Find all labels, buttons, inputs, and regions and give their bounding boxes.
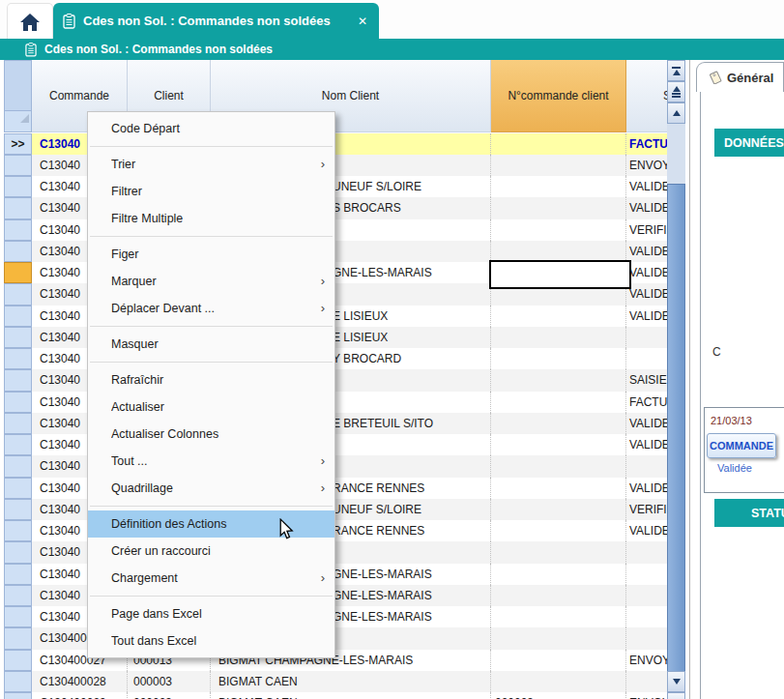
cell-client[interactable]: 000003 bbox=[128, 692, 211, 699]
row-selector[interactable] bbox=[4, 585, 32, 606]
tab-commandes[interactable]: Cdes non Sol. : Commandes non soldées ✕ bbox=[53, 3, 379, 39]
cell-ncommande-client[interactable] bbox=[491, 455, 626, 477]
menu-item[interactable]: Chargement› bbox=[88, 565, 334, 592]
cell-ncommande-client[interactable] bbox=[491, 241, 626, 262]
vertical-scrollbar[interactable] bbox=[667, 60, 685, 699]
cell-nom-client[interactable]: BIGMAT CAEN bbox=[211, 692, 491, 699]
cell-ncommande-client[interactable] bbox=[491, 369, 626, 391]
scroll-up-button[interactable] bbox=[667, 102, 685, 124]
menu-item[interactable]: Code Départ bbox=[88, 115, 334, 142]
cell-ncommande-client[interactable] bbox=[491, 478, 626, 499]
cell-ncommande-client[interactable] bbox=[491, 176, 626, 197]
cell-commande[interactable]: C130400029 bbox=[32, 692, 128, 699]
tab-home[interactable] bbox=[7, 3, 53, 40]
cell-ncommande-client[interactable] bbox=[491, 348, 626, 369]
cell-ncommande-client[interactable] bbox=[491, 564, 626, 585]
cell-ncommande-client[interactable] bbox=[491, 327, 626, 348]
cell-ncommande-client[interactable] bbox=[491, 197, 626, 218]
cell-ncommande-client[interactable]: 000003 bbox=[491, 692, 626, 699]
scroll-to-bottom-button[interactable] bbox=[667, 692, 685, 699]
cell-ncommande-client[interactable] bbox=[491, 585, 626, 606]
row-selector[interactable]: >> bbox=[4, 133, 32, 155]
commande-button[interactable]: COMMANDE bbox=[707, 433, 776, 458]
row-selector[interactable] bbox=[4, 392, 32, 413]
cell-ncommande-client[interactable] bbox=[491, 541, 626, 563]
row-selector[interactable] bbox=[4, 520, 32, 541]
row-selector[interactable] bbox=[4, 541, 32, 563]
arrow-up-icon bbox=[673, 110, 681, 116]
menu-item[interactable]: Page dans Excel bbox=[88, 600, 334, 627]
row-selector[interactable] bbox=[4, 197, 32, 218]
menu-item-label: Filtrer bbox=[111, 178, 325, 205]
row-selector[interactable] bbox=[4, 369, 32, 391]
close-icon[interactable]: ✕ bbox=[356, 15, 369, 28]
row-selector[interactable] bbox=[4, 627, 32, 649]
menu-item[interactable]: Actualiser bbox=[88, 393, 334, 421]
submenu-arrow-icon: › bbox=[321, 295, 325, 322]
row-selector[interactable] bbox=[4, 241, 32, 262]
menu-item[interactable]: Masquer bbox=[88, 331, 334, 358]
menu-item-label: Chargement bbox=[111, 565, 321, 592]
menu-item[interactable]: Filtre Multiple bbox=[88, 205, 334, 232]
row-selector[interactable] bbox=[4, 499, 32, 520]
menu-item[interactable]: Définition des Actions bbox=[88, 510, 334, 538]
menu-item[interactable]: Filtrer bbox=[88, 178, 334, 205]
select-all-corner[interactable] bbox=[4, 60, 32, 111]
menu-item[interactable]: Tout dans Excel bbox=[88, 627, 334, 655]
row-selector[interactable] bbox=[4, 306, 32, 327]
row-selector[interactable] bbox=[4, 434, 32, 455]
scroll-to-top-button[interactable] bbox=[667, 60, 685, 81]
cell-nom-client[interactable]: BIGMAT CAEN bbox=[211, 671, 491, 692]
scrollbar-thumb[interactable] bbox=[667, 184, 685, 699]
menu-item[interactable]: Figer bbox=[88, 241, 334, 268]
menu-item[interactable]: Quadrillage› bbox=[88, 475, 334, 502]
corner-sort-cell[interactable] bbox=[4, 111, 32, 132]
menu-item[interactable]: Trier› bbox=[88, 151, 334, 178]
row-selector[interactable] bbox=[4, 455, 32, 477]
cell-ncommande-client[interactable] bbox=[491, 671, 626, 692]
cell-ncommande-client[interactable] bbox=[491, 520, 626, 541]
row-selector[interactable] bbox=[4, 564, 32, 585]
cell-ncommande-client[interactable] bbox=[491, 627, 626, 649]
cell-ncommande-client[interactable] bbox=[491, 499, 626, 520]
row-selector[interactable] bbox=[4, 327, 32, 348]
cell-ncommande-client[interactable] bbox=[491, 650, 626, 671]
cell-ncommande-client[interactable] bbox=[491, 306, 626, 327]
row-selector[interactable] bbox=[4, 283, 32, 305]
cell-commande[interactable]: C130400028 bbox=[32, 671, 128, 692]
row-selector[interactable] bbox=[4, 348, 32, 369]
row-selector[interactable] bbox=[4, 606, 32, 627]
scroll-down-button[interactable] bbox=[667, 671, 685, 692]
menu-item[interactable]: Créer un raccourci bbox=[88, 538, 334, 565]
scroll-page-up-button[interactable] bbox=[667, 81, 685, 102]
submenu-arrow-icon: › bbox=[321, 268, 325, 295]
row-selector[interactable] bbox=[4, 671, 32, 692]
menu-item[interactable]: Tout ...› bbox=[88, 448, 334, 475]
cell-ncommande-client[interactable] bbox=[491, 606, 626, 627]
row-selector[interactable] bbox=[4, 219, 32, 241]
cell-ncommande-client[interactable] bbox=[491, 413, 626, 434]
menu-item[interactable]: Marquer› bbox=[88, 268, 334, 295]
cell-ncommande-client[interactable] bbox=[491, 155, 626, 176]
row-selector[interactable] bbox=[4, 692, 32, 699]
cell-ncommande-client[interactable] bbox=[491, 434, 626, 455]
column-header-ncommande-client[interactable]: N°commande client bbox=[491, 60, 626, 132]
row-selector[interactable] bbox=[4, 413, 32, 434]
clipboard-icon bbox=[25, 43, 37, 57]
cell-ncommande-client[interactable] bbox=[491, 392, 626, 413]
menu-item[interactable]: Rafraîchir bbox=[88, 366, 334, 393]
cell-ncommande-client[interactable] bbox=[491, 219, 626, 241]
focused-cell[interactable] bbox=[489, 260, 631, 289]
menu-item-label: Rafraîchir bbox=[111, 366, 325, 393]
row-selector[interactable] bbox=[4, 478, 32, 499]
panel-tab-general[interactable]: Général bbox=[696, 62, 784, 92]
row-selector[interactable] bbox=[4, 155, 32, 176]
row-selector[interactable] bbox=[4, 650, 32, 671]
row-selector[interactable] bbox=[4, 176, 32, 197]
cell-client[interactable]: 000003 bbox=[128, 671, 211, 692]
menu-separator bbox=[90, 236, 333, 237]
menu-item[interactable]: Actualiser Colonnes bbox=[88, 421, 334, 448]
row-selector[interactable] bbox=[4, 262, 32, 283]
cell-ncommande-client[interactable] bbox=[491, 133, 626, 155]
menu-item[interactable]: Déplacer Devant ...› bbox=[88, 295, 334, 322]
